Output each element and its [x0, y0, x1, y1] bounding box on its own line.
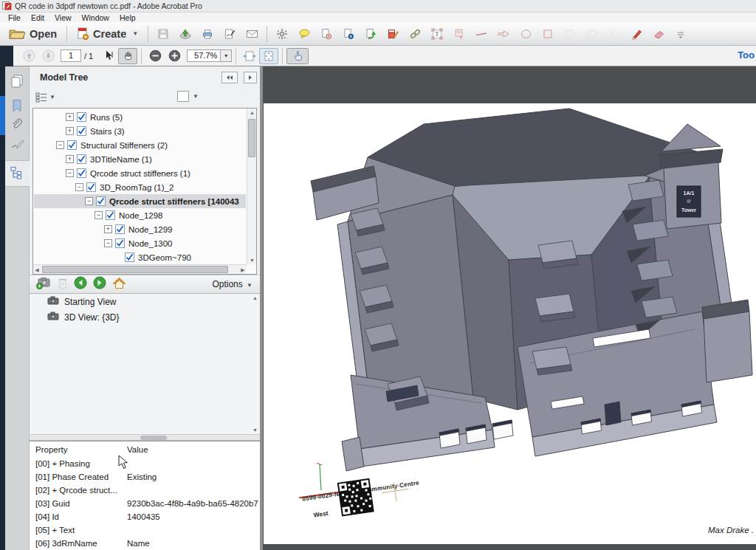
scroll-down-icon[interactable]: ▼ — [247, 258, 257, 263]
collapse-icon[interactable]: − — [66, 169, 74, 177]
attachments-paperclip-icon[interactable] — [9, 116, 25, 132]
next-page-button[interactable] — [38, 48, 58, 64]
tree-view-options-button[interactable]: ▼ — [35, 92, 55, 103]
property-row[interactable]: [05] + Text — [30, 523, 260, 537]
visibility-checkbox[interactable] — [77, 154, 86, 164]
visibility-checkbox[interactable] — [115, 224, 125, 234]
tree-row[interactable]: −Structural Stiffeners (2) — [34, 138, 246, 152]
tree-horizontal-scrollbar[interactable]: ◀ ▶ — [33, 264, 247, 274]
tree-row[interactable]: −Node_1300 — [34, 236, 246, 250]
touch-mode-button[interactable] — [286, 48, 309, 64]
open-button[interactable]: Open — [3, 26, 63, 41]
expand-icon[interactable]: + — [66, 113, 74, 121]
print-icon[interactable] — [196, 24, 219, 44]
document-secure-icon[interactable] — [337, 24, 360, 44]
save-icon[interactable] — [152, 24, 174, 44]
property-row[interactable]: [01] Phase CreatedExisting — [30, 470, 260, 484]
faded-tool-polygon-icon[interactable] — [603, 24, 625, 44]
menu-window[interactable]: Window — [77, 13, 114, 22]
visibility-checkbox[interactable] — [77, 168, 86, 178]
zoom-out-button[interactable] — [145, 48, 165, 64]
tree-row[interactable]: −Qrcode struct stiffeners (1) — [34, 166, 246, 180]
property-row[interactable]: [00] + Phasing — [30, 457, 260, 470]
fit-page-button[interactable] — [259, 48, 278, 64]
scroll-left-icon[interactable]: ◀ — [33, 267, 41, 273]
previous-page-button[interactable] — [19, 48, 38, 64]
eraser-tool-icon[interactable] — [647, 24, 670, 44]
pencil-tool-icon[interactable] — [625, 24, 647, 44]
ellipse-tool-icon[interactable] — [515, 24, 537, 44]
collapse-icon[interactable]: − — [85, 197, 93, 205]
delete-view-button[interactable] — [58, 277, 68, 292]
rectangle-tool-icon[interactable] — [537, 24, 559, 44]
arrow-tool-icon[interactable] — [492, 24, 515, 44]
collapse-icon[interactable]: − — [56, 141, 64, 149]
zoom-level-input[interactable]: 57.7% — [187, 49, 221, 62]
menu-view[interactable]: View — [49, 13, 77, 22]
line-tool-icon[interactable] — [470, 24, 492, 44]
comment-bubble-icon[interactable] — [293, 24, 315, 44]
tree-vertical-scrollbar[interactable]: ▲ ▼ — [247, 109, 256, 264]
expand-icon[interactable]: + — [66, 127, 74, 135]
visibility-checkbox[interactable] — [125, 252, 134, 262]
visibility-checkbox[interactable] — [77, 126, 86, 136]
property-row[interactable]: [03] Guid9230b3ac-4f8b-4a9b-ba65-4820b7 — [30, 497, 260, 510]
cloud-upload-icon[interactable] — [174, 24, 196, 44]
collapse-icon[interactable]: − — [94, 211, 103, 219]
tree-row[interactable]: +Node_1299 — [34, 222, 246, 236]
highlight-color-swatch[interactable]: ▼ — [177, 91, 199, 102]
visibility-checkbox[interactable] — [77, 112, 86, 122]
view-row[interactable]: 3D View: {3D} — [30, 309, 260, 325]
tree-row[interactable]: +Runs (5) — [34, 110, 246, 124]
collapse-icon[interactable]: − — [75, 183, 83, 191]
3d-building-model[interactable]: 1A/1 @ Tower 0599-0029-Newtown Community… — [264, 103, 756, 544]
hand-tool-button[interactable] — [118, 48, 137, 64]
tree-row[interactable]: +Stairs (3) — [34, 124, 246, 138]
properties-scrollbar[interactable] — [30, 434, 260, 441]
previous-view-button[interactable] — [74, 276, 87, 292]
horizontal-scroll-thumb[interactable] — [42, 266, 228, 273]
next-view-button[interactable] — [93, 276, 106, 292]
document-export-icon[interactable] — [360, 24, 382, 44]
document-remove-icon[interactable] — [315, 24, 337, 44]
tools-panel-label[interactable]: Too — [738, 49, 755, 61]
bookmarks-icon[interactable] — [9, 97, 25, 114]
default-view-home-button[interactable] — [112, 277, 126, 292]
visibility-checkbox[interactable] — [106, 210, 115, 220]
expand-icon[interactable]: + — [104, 225, 112, 233]
create-button[interactable]: Create ▼ — [71, 26, 144, 42]
view-row[interactable]: Starting View — [30, 294, 260, 309]
signatures-icon[interactable] — [9, 137, 25, 153]
collapse-icon[interactable]: − — [104, 239, 112, 247]
link-icon[interactable] — [404, 24, 426, 44]
tree-row[interactable]: −3D_RoomTag (1)_2 — [34, 180, 246, 194]
menu-file[interactable]: File — [3, 13, 26, 22]
property-row[interactable]: [04] Id1400435 — [30, 510, 260, 523]
zoom-in-button[interactable] — [165, 48, 184, 64]
visibility-checkbox[interactable] — [115, 238, 125, 248]
visibility-checkbox[interactable] — [86, 182, 96, 192]
create-view-button[interactable] — [35, 276, 52, 292]
sign-icon[interactable] — [219, 24, 241, 44]
menu-edit[interactable]: Edit — [26, 13, 49, 22]
scroll-up-icon[interactable]: ▲ — [247, 110, 257, 115]
property-row[interactable]: [02] + Qrcode struct... — [30, 484, 260, 497]
page-number-input[interactable]: 1 — [61, 49, 81, 62]
scroll-right-icon[interactable]: ▶ — [239, 267, 247, 273]
menu-help[interactable]: Help — [114, 13, 141, 22]
toolbar-overflow-icon[interactable] — [670, 24, 692, 44]
views-scroll-up-icon[interactable]: ▲ — [250, 295, 260, 300]
tree-row[interactable]: −Node_1298 — [34, 208, 246, 222]
tree-row[interactable]: −Qrcode struct stiffeners [140043 — [34, 194, 246, 208]
fit-width-button[interactable] — [240, 48, 259, 64]
visibility-checkbox[interactable] — [96, 196, 106, 206]
views-scrollbar[interactable]: ▲ ▼ — [252, 294, 260, 434]
settings-gear-icon[interactable] — [271, 24, 293, 44]
views-options-button[interactable]: Options ▼ — [212, 279, 252, 289]
faded-tool-cloud-icon[interactable] — [559, 24, 581, 44]
zoom-dropdown-button[interactable]: ▼ — [221, 49, 232, 62]
tree-row[interactable]: +3DTitleName (1) — [34, 152, 246, 166]
text-box-icon[interactable]: T — [426, 24, 448, 44]
expand-panel-button[interactable] — [244, 72, 257, 83]
expand-icon[interactable]: + — [66, 155, 74, 163]
